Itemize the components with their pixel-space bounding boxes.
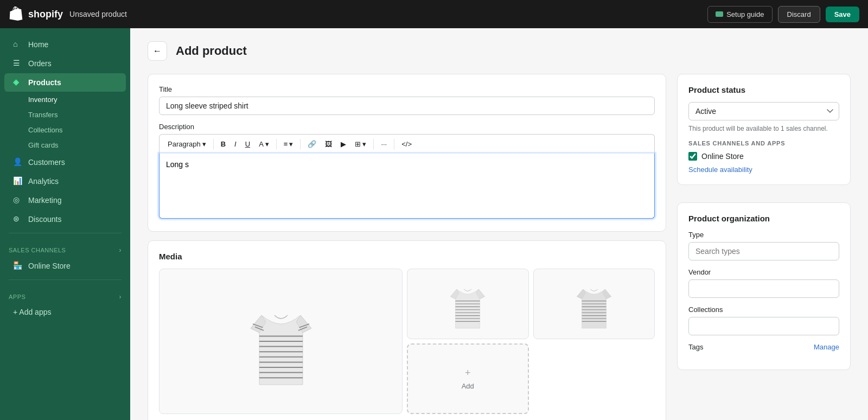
toolbar-separator-2 (276, 139, 277, 150)
chevron-right-icon: › (119, 246, 122, 254)
flag-icon (716, 11, 723, 17)
sidebar-item-orders[interactable]: ☰ Orders (4, 54, 126, 73)
type-field-group: Type (688, 231, 839, 260)
toolbar-separator-3 (300, 139, 301, 150)
table-icon: ⊞ (355, 140, 361, 148)
more-button[interactable]: ··· (377, 138, 391, 150)
sidebar-item-analytics[interactable]: 📊 Analytics (4, 172, 126, 190)
save-button[interactable]: Save (826, 7, 859, 22)
sidebar-label-analytics: Analytics (28, 177, 59, 186)
content-grid: Title Description Paragraph ▾ (148, 74, 851, 420)
vendor-input[interactable] (688, 279, 839, 298)
marketing-icon: ◎ (13, 195, 23, 205)
sidebar-label-orders: Orders (28, 59, 52, 68)
sidebar-subitem-collections[interactable]: Collections (4, 123, 126, 137)
italic-button[interactable]: I (231, 138, 240, 150)
sidebar-label-customers: Customers (28, 158, 65, 167)
type-input[interactable] (688, 242, 839, 260)
add-label: Add (462, 382, 474, 390)
chevron-down-icon-2: ▾ (265, 140, 269, 148)
page-title: Add product (176, 44, 247, 58)
bold-button[interactable]: B (217, 138, 229, 150)
table-button[interactable]: ⊞ ▾ (351, 138, 370, 150)
topbar-right: Setup guide Discard Save (707, 6, 859, 23)
media-item-large[interactable] (159, 269, 403, 414)
sidebar-item-discounts[interactable]: ⊛ Discounts (4, 210, 126, 228)
online-store-checkbox-row: Online Store (688, 152, 839, 161)
tags-label: Tags (688, 343, 703, 351)
discard-button[interactable]: Discard (778, 6, 820, 23)
media-add-button[interactable]: + Add (407, 343, 529, 414)
vendor-field-group: Vendor (688, 268, 839, 298)
right-panel: Product status Active Draft This product… (677, 74, 851, 379)
layout: ⌂ Home ☰ Orders ◈ Products Inventory Tra… (0, 28, 868, 420)
orders-icon: ☰ (13, 59, 23, 68)
collections-field-group: Collections (688, 306, 839, 335)
vendor-label: Vendor (688, 268, 839, 276)
editor-toolbar: Paragraph ▾ B I U A ▾ (159, 134, 655, 154)
back-button[interactable]: ← (148, 41, 167, 61)
sidebar-item-home[interactable]: ⌂ Home (4, 35, 126, 54)
sidebar-label-add-apps: + Add apps (13, 308, 51, 316)
shirt-svg-small-2 (570, 274, 618, 334)
media-card: Media (148, 240, 666, 420)
image-button[interactable]: 🖼 (321, 138, 336, 150)
code-button[interactable]: </> (398, 138, 416, 150)
sidebar-item-add-apps[interactable]: + Add apps (4, 303, 126, 321)
title-label: Title (159, 85, 655, 93)
left-column: Title Description Paragraph ▾ (148, 74, 666, 420)
store-icon: 🏪 (13, 261, 23, 271)
tags-manage-link[interactable]: Manage (814, 343, 839, 351)
sidebar-label-products: Products (28, 78, 61, 87)
product-details-card: Title Description Paragraph ▾ (148, 74, 666, 232)
discounts-icon: ⊛ (13, 214, 23, 224)
shirt-svg-small-1 (443, 274, 492, 334)
media-grid: + Add (159, 269, 655, 414)
collections-input[interactable] (688, 317, 839, 335)
plus-icon: + (465, 367, 471, 379)
title-field-group: Title (159, 85, 655, 115)
sidebar-label-online-store: Online Store (28, 262, 71, 270)
media-item-small-1[interactable] (407, 269, 529, 339)
sidebar-section-apps: Apps › (0, 284, 130, 303)
underline-button[interactable]: U (241, 138, 254, 150)
sidebar-item-marketing[interactable]: ◎ Marketing (4, 191, 126, 209)
status-select[interactable]: Active Draft (688, 102, 839, 120)
paragraph-dropdown[interactable]: Paragraph ▾ (164, 138, 210, 150)
chevron-down-icon-3: ▾ (289, 140, 293, 148)
sidebar-item-customers[interactable]: 👤 Customers (4, 153, 126, 171)
sidebar-subitem-transfers[interactable]: Transfers (4, 107, 126, 122)
type-label: Type (688, 231, 839, 239)
topbar: shopify Unsaved product Setup guide Disc… (0, 0, 868, 28)
sidebar-subitem-inventory[interactable]: Inventory (4, 92, 126, 107)
toolbar-separator-5 (394, 139, 394, 150)
toolbar-separator-4 (373, 139, 374, 150)
text-color-button[interactable]: A ▾ (255, 138, 273, 150)
description-textarea[interactable]: Long s (159, 154, 655, 219)
topbar-left: shopify Unsaved product (9, 7, 127, 22)
tags-field-group: Tags Manage (688, 343, 839, 351)
description-field-group: Description Paragraph ▾ B I U (159, 123, 655, 220)
sidebar-section-sales-channels: Sales channels › (0, 238, 130, 256)
sidebar-item-online-store[interactable]: 🏪 Online Store (4, 257, 126, 275)
product-org-card: Product organization Type Vendor Collect… (677, 202, 851, 370)
sidebar-item-products[interactable]: ◈ Products (4, 73, 126, 92)
online-store-checkbox[interactable] (688, 152, 697, 161)
shopify-logo: shopify (9, 7, 63, 22)
link-button[interactable]: 🔗 (304, 138, 320, 150)
align-button[interactable]: ≡ ▾ (280, 138, 297, 150)
chevron-down-icon-4: ▾ (362, 140, 366, 148)
sidebar-divider (9, 233, 122, 233)
video-button[interactable]: ▶ (337, 138, 350, 150)
analytics-icon: 📊 (13, 176, 23, 186)
sidebar-subitem-gift-cards[interactable]: Gift cards (4, 138, 126, 152)
product-org-title: Product organization (688, 214, 839, 223)
media-item-small-2[interactable] (533, 269, 655, 339)
title-input[interactable] (159, 97, 655, 115)
schedule-availability-link[interactable]: Schedule availability (688, 166, 752, 174)
sidebar-divider-2 (9, 279, 122, 280)
product-status-card: Product status Active Draft This product… (677, 74, 851, 185)
home-icon: ⌂ (13, 40, 23, 49)
collections-label: Collections (688, 306, 839, 314)
setup-guide-button[interactable]: Setup guide (707, 6, 772, 23)
